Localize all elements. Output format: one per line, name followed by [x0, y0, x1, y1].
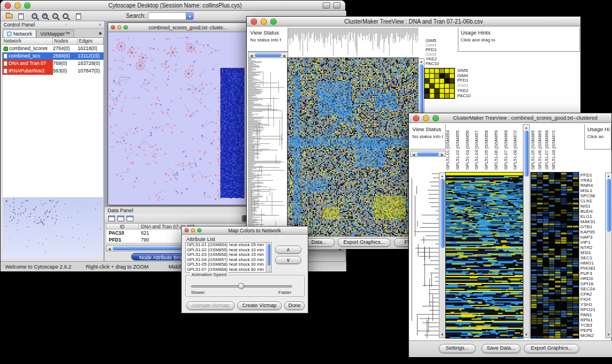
- float-panel-icon[interactable]: ▫: [64, 22, 68, 28]
- close-icon[interactable]: [5, 2, 11, 9]
- minimize-icon[interactable]: [191, 228, 195, 232]
- tab-overflow-icon[interactable]: ▶: [100, 31, 102, 36]
- scroll-up-icon[interactable]: ▲: [523, 125, 529, 130]
- zoom-selected-icon[interactable]: [60, 12, 71, 20]
- zoom-out-icon[interactable]: −: [29, 12, 40, 20]
- dialog-titlebar[interactable]: Map Colors to Network: [182, 227, 308, 235]
- close-icon[interactable]: [185, 228, 189, 232]
- gene-list-item[interactable]: MAK31: [580, 219, 605, 224]
- search-combobox[interactable]: ▼: [148, 12, 194, 20]
- gene-list-item[interactable]: CPA2: [580, 292, 605, 297]
- minimize-icon[interactable]: [261, 18, 267, 25]
- move-up-button[interactable]: ∧: [275, 246, 301, 254]
- close-icon[interactable]: [111, 25, 115, 29]
- tab-network[interactable]: Network: [3, 29, 36, 37]
- gene-list-item[interactable]: PEP5: [580, 328, 605, 333]
- attribute-create-icon[interactable]: [127, 216, 133, 221]
- network-table-row[interactable]: DNA and Tran 07769(0)183728(0): [2, 60, 104, 67]
- export-graphics-button[interactable]: Export Graphics...: [524, 344, 579, 353]
- export-icon[interactable]: [333, 2, 341, 9]
- scroll-left-icon[interactable]: ◀: [249, 53, 254, 58]
- scroll-down-icon[interactable]: ▼: [523, 332, 529, 337]
- network-table-row[interactable]: combined_sco2569(6)13112(15): [2, 52, 104, 60]
- gene-list-item[interactable]: TCB3: [580, 323, 605, 328]
- tv2-titlebar[interactable]: ClusterMaker TreeView : combined_scores_…: [409, 113, 611, 123]
- zoom-window-icon[interactable]: [270, 18, 277, 25]
- scroll-down-icon[interactable]: ▼: [439, 332, 445, 337]
- tv1-titlebar[interactable]: ClusterMaker TreeView : DNA and Tran 07-…: [247, 17, 580, 26]
- scroll-up-icon[interactable]: ▲: [606, 174, 611, 178]
- gene-list-item[interactable]: SEC1: [580, 255, 605, 260]
- tab-vizmapper[interactable]: VizMapper™: [36, 29, 74, 37]
- birdseye-view[interactable]: [3, 197, 103, 258]
- close-panel-icon[interactable]: ×: [97, 22, 102, 28]
- gene-list-item[interactable]: PAN1: [580, 312, 605, 317]
- gene-list-item[interactable]: SEC24: [580, 286, 605, 292]
- close-icon[interactable]: [413, 115, 419, 121]
- attribute-select-icon[interactable]: [117, 216, 124, 221]
- minimize-icon[interactable]: [423, 115, 429, 121]
- scroll-up-icon[interactable]: ▲: [439, 174, 445, 178]
- gene-list-item[interactable]: NTR2: [580, 245, 605, 250]
- gene-list-item[interactable]: PFD1: [580, 173, 605, 178]
- gene-list-item[interactable]: NIS1: [580, 204, 605, 209]
- slider-thumb[interactable]: [238, 283, 244, 289]
- tv2-global-vertical-scrollbar[interactable]: ▲ ▼: [523, 124, 530, 338]
- gene-list-item[interactable]: VIP1: [580, 240, 605, 245]
- tv1-horizontal-scrollbar[interactable]: ◀ ▶: [248, 52, 288, 58]
- gene-list-item[interactable]: MON2: [580, 333, 605, 338]
- zoom-window-icon[interactable]: [433, 115, 439, 121]
- main-titlebar[interactable]: Cytoscape Desktop (Session Name: collins…: [1, 1, 345, 11]
- print-icon[interactable]: [323, 2, 330, 9]
- gene-list-item[interactable]: HAP3: [580, 235, 605, 240]
- minimize-icon[interactable]: [14, 2, 21, 9]
- gene-list-item[interactable]: SPC98: [580, 193, 605, 198]
- tv1-array-dendrogram[interactable]: [288, 28, 418, 58]
- done-button[interactable]: Done: [284, 301, 305, 310]
- gene-list-item[interactable]: BUD4: [580, 209, 605, 214]
- network-table-row[interactable]: tRNAPuberNov2563(0)107847(0): [2, 67, 104, 75]
- save-data-button[interactable]: Save Data...: [481, 344, 521, 353]
- network-table-row[interactable]: combined_scores2764(0)16218(0): [2, 45, 104, 52]
- search-input[interactable]: [148, 13, 186, 20]
- attribute-table-icon[interactable]: [108, 216, 115, 221]
- gene-list-item[interactable]: RPO21: [580, 307, 605, 312]
- column-header-edges[interactable]: Edges: [78, 38, 104, 44]
- create-vizmap-button[interactable]: Create Vizmap: [237, 301, 282, 310]
- tv2-horizontal-scrollbar[interactable]: ◀ ▶: [410, 151, 446, 157]
- folder-icon[interactable]: [4, 12, 14, 20]
- page-icon[interactable]: [73, 12, 83, 20]
- minimize-icon[interactable]: [117, 25, 121, 29]
- tv2-gene-list-scrollbar[interactable]: ▲ ▼: [605, 173, 612, 338]
- zoom-in-icon[interactable]: +: [40, 12, 50, 20]
- network-window-titlebar[interactable]: combined_scores_good.txt--cluste...: [108, 23, 248, 32]
- chevron-down-icon[interactable]: ▼: [186, 13, 193, 20]
- gene-list-item[interactable]: YSH1: [580, 302, 605, 307]
- scroll-left-icon[interactable]: ◀: [107, 247, 112, 251]
- gene-list-item[interactable]: KAP95: [580, 229, 605, 235]
- gene-list-item[interactable]: PUF3: [580, 271, 605, 276]
- gene-list-item[interactable]: MSL1: [580, 188, 605, 193]
- document-icon[interactable]: [16, 12, 26, 20]
- tv1-heatmap[interactable]: [288, 58, 418, 236]
- attribute-list[interactable]: GPL51-01 (GSM854) heat shock 05 minGPL51…: [185, 242, 271, 273]
- gene-list-item[interactable]: CLN1: [580, 198, 605, 204]
- gene-list-item[interactable]: YRA1: [580, 178, 605, 183]
- column-header-id[interactable]: ID: [106, 224, 139, 229]
- move-down-button[interactable]: ∨: [275, 256, 301, 264]
- zoom-window-icon[interactable]: [197, 228, 201, 232]
- scroll-down-icon[interactable]: ▼: [606, 332, 611, 337]
- tv1-gene-dendrogram[interactable]: [248, 58, 288, 236]
- column-header-nodes[interactable]: Nodes: [53, 38, 78, 44]
- tv2-dendrogram-scrollbar[interactable]: ▲ ▼: [439, 173, 446, 338]
- settings-button[interactable]: Settings...: [439, 344, 476, 353]
- attribute-list-scrollbar[interactable]: [266, 243, 271, 272]
- gene-list-item[interactable]: HMG1: [580, 260, 605, 266]
- scroll-right-icon[interactable]: ▶: [440, 152, 445, 157]
- tv2-gene-dendrogram[interactable]: [410, 173, 439, 338]
- tv1-correlation-matrix[interactable]: [424, 68, 454, 98]
- scroll-right-icon[interactable]: ▶: [282, 53, 287, 58]
- gene-list-item[interactable]: PHO81: [580, 266, 605, 271]
- gene-list-item[interactable]: RPN1: [580, 317, 605, 323]
- gene-list-item[interactable]: RNR4: [580, 183, 605, 188]
